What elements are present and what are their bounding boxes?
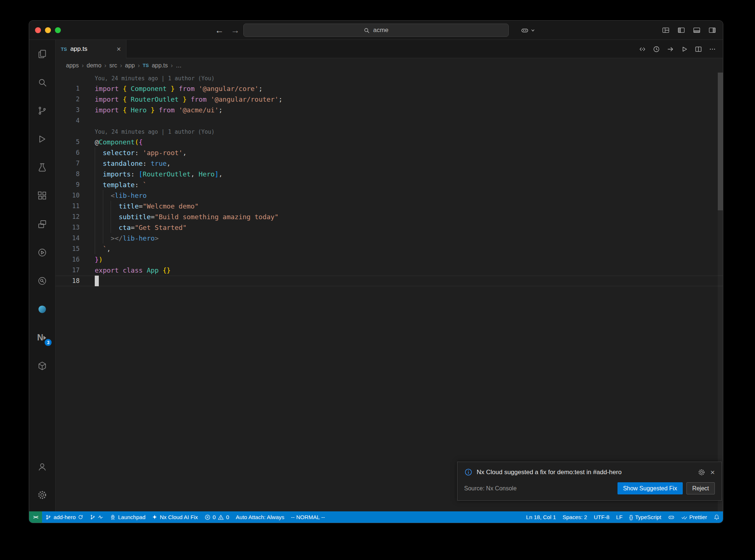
sidebar-item-explorer[interactable] bbox=[29, 40, 55, 68]
close-window-button[interactable] bbox=[35, 27, 41, 33]
line-content bbox=[95, 115, 723, 126]
line-number: 1 bbox=[56, 83, 95, 94]
copilot-icon bbox=[521, 26, 529, 35]
eol-item[interactable]: LF bbox=[613, 511, 626, 523]
launchpad-label: Launchpad bbox=[118, 514, 145, 520]
navigate-forward-icon[interactable]: → bbox=[231, 21, 240, 39]
show-suggested-fix-button[interactable]: Show Suggested Fix bbox=[617, 482, 683, 494]
indentation-label: Spaces: 2 bbox=[563, 514, 587, 520]
run-file-icon[interactable] bbox=[681, 45, 688, 53]
navigate-back-icon[interactable]: ← bbox=[215, 21, 224, 39]
problems-item[interactable]: 0 0 bbox=[201, 511, 233, 523]
sidebar-item-settings[interactable] bbox=[29, 481, 55, 509]
sidebar-item-source-control[interactable] bbox=[29, 97, 55, 125]
sidebar-item-run-debug[interactable] bbox=[29, 125, 55, 153]
window-controls bbox=[35, 21, 61, 39]
sidebar-item-containers[interactable] bbox=[29, 352, 55, 380]
sidebar-item-nx-console[interactable]: N 3 bbox=[29, 323, 55, 352]
split-editor-icon[interactable] bbox=[695, 45, 702, 53]
tab-label: app.ts bbox=[70, 45, 87, 53]
line-number: 11 bbox=[56, 201, 95, 211]
activity-bar: N 3 bbox=[29, 40, 56, 511]
notification-settings-icon[interactable] bbox=[698, 469, 705, 476]
editor[interactable]: You, 24 minutes ago | 1 author (You)1imp… bbox=[56, 73, 723, 511]
sidebar-item-remote-explorer[interactable] bbox=[29, 210, 55, 238]
breadcrumb-apps[interactable]: apps bbox=[66, 62, 79, 69]
warning-count: 0 bbox=[226, 514, 229, 520]
copilot-menu[interactable] bbox=[521, 24, 535, 37]
code-line: 14 ></lib-hero> bbox=[56, 233, 723, 244]
zoom-window-button[interactable] bbox=[55, 27, 61, 33]
command-center-search[interactable]: acme bbox=[243, 24, 509, 37]
close-tab-icon[interactable]: × bbox=[116, 45, 121, 53]
cursor-position-item[interactable]: Ln 18, Col 1 bbox=[523, 511, 559, 523]
line-number: 14 bbox=[56, 233, 95, 244]
notification-message: Nx Cloud suggested a fix for demo:test i… bbox=[477, 469, 694, 476]
sidebar-item-accounts[interactable] bbox=[29, 452, 55, 481]
more-actions-icon[interactable] bbox=[709, 45, 716, 53]
encoding-item[interactable]: UTF-8 bbox=[591, 511, 613, 523]
notification-close-icon[interactable]: × bbox=[710, 468, 715, 476]
desktop-background: ← → acme bbox=[0, 0, 755, 560]
sidebar-item-search[interactable] bbox=[29, 68, 55, 97]
auto-attach-label: Auto Attach: Always bbox=[236, 514, 285, 520]
line-number: 6 bbox=[56, 147, 95, 158]
toggle-panel-icon[interactable] bbox=[693, 26, 701, 34]
code-line: 3import { Hero } from '@acme/ui'; bbox=[56, 105, 723, 115]
commit-graph-item[interactable] bbox=[87, 511, 107, 523]
code-line: 8 imports: [RouterOutlet, Hero], bbox=[56, 169, 723, 179]
sidebar-item-run-circle[interactable] bbox=[29, 238, 55, 267]
breadcrumb-file[interactable]: app.ts bbox=[152, 62, 168, 69]
account-icon bbox=[37, 462, 47, 472]
vim-mode-label: -- NORMAL -- bbox=[291, 514, 325, 520]
go-forward-icon[interactable] bbox=[667, 45, 674, 53]
editor-scrollbar[interactable] bbox=[718, 73, 723, 511]
launchpad-item[interactable]: Launchpad bbox=[107, 511, 149, 523]
auto-attach-item[interactable]: Auto Attach: Always bbox=[233, 511, 288, 523]
tab-app-ts[interactable]: TS app.ts × bbox=[56, 40, 126, 58]
remote-indicator[interactable]: >< bbox=[29, 511, 42, 523]
breadcrumb-src[interactable]: src bbox=[109, 62, 117, 69]
commit-graph-icon bbox=[90, 514, 95, 520]
language-mode-item[interactable]: {} TypeScript bbox=[626, 511, 665, 523]
toggle-sidebar-icon[interactable] bbox=[677, 26, 685, 34]
branch-name: add-hero bbox=[53, 514, 76, 520]
scrollbar-thumb[interactable] bbox=[718, 73, 723, 210]
breadcrumb-demo[interactable]: demo bbox=[87, 62, 101, 69]
language-label: TypeScript bbox=[635, 514, 661, 520]
code-line: 6 selector: 'app-root', bbox=[56, 147, 723, 158]
sidebar-item-extensions[interactable] bbox=[29, 182, 55, 210]
line-content: }) bbox=[95, 254, 723, 265]
nx-cloud-fix-item[interactable]: Nx Cloud AI Fix bbox=[149, 511, 201, 523]
sidebar-item-extension-sphere[interactable] bbox=[29, 295, 55, 323]
open-changes-icon[interactable] bbox=[639, 45, 646, 53]
editor-actions bbox=[639, 40, 723, 58]
explorer-icon bbox=[37, 49, 47, 59]
blame-row: You, 24 minutes ago | 1 author (You) bbox=[56, 126, 723, 137]
tab-bar: TS app.ts × bbox=[56, 40, 723, 58]
eol-label: LF bbox=[616, 514, 623, 520]
rocket-icon bbox=[110, 514, 116, 520]
notification-source: Source: Nx Console bbox=[464, 485, 617, 492]
notifications-bell-item[interactable] bbox=[710, 511, 723, 523]
file-history-icon[interactable] bbox=[653, 45, 660, 53]
chevron-right-icon: › bbox=[82, 62, 84, 69]
sidebar-item-testing[interactable] bbox=[29, 153, 55, 182]
vim-mode-item[interactable]: -- NORMAL -- bbox=[288, 511, 328, 523]
search-icon bbox=[363, 27, 370, 34]
line-number: 15 bbox=[56, 244, 95, 254]
blame-row: You, 24 minutes ago | 1 author (You) bbox=[56, 73, 723, 83]
breadcrumb-symbol[interactable]: … bbox=[176, 62, 182, 69]
sidebar-item-gitlens-inspect[interactable] bbox=[29, 267, 55, 295]
indentation-item[interactable]: Spaces: 2 bbox=[559, 511, 591, 523]
copilot-status-item[interactable] bbox=[665, 511, 678, 523]
reject-button[interactable]: Reject bbox=[686, 482, 715, 494]
toggle-secondary-sidebar-icon[interactable] bbox=[708, 26, 716, 34]
line-content: cta="Get Started" bbox=[95, 222, 723, 233]
customize-layout-icon[interactable] bbox=[662, 26, 670, 34]
breadcrumb-app[interactable]: app bbox=[125, 62, 135, 69]
formatter-item[interactable]: Prettier bbox=[678, 511, 710, 523]
minimize-window-button[interactable] bbox=[45, 27, 51, 33]
branch-item[interactable]: add-hero bbox=[42, 511, 87, 523]
line-number: 7 bbox=[56, 158, 95, 169]
